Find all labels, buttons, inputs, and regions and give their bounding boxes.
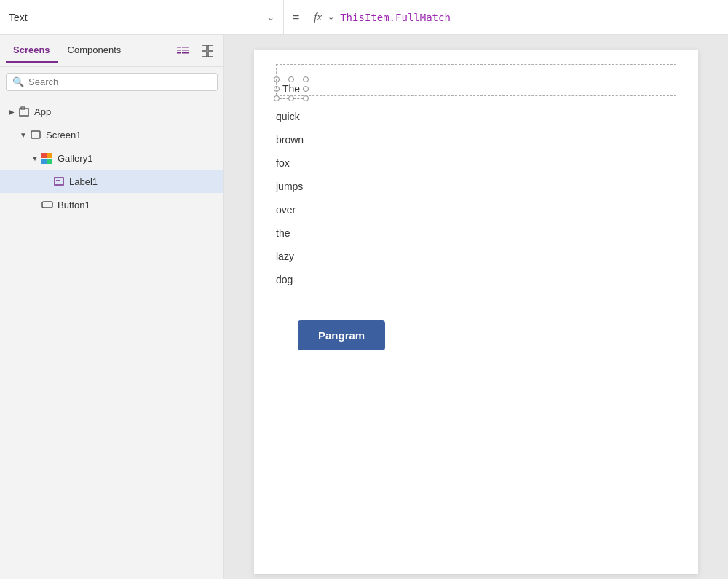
handle-bot-mid[interactable] — [288, 95, 294, 101]
gallery-item-0: quick — [254, 105, 698, 128]
list-view-button[interactable] — [173, 41, 193, 61]
app-canvas: The quick — [254, 50, 698, 574]
sidebar-icons — [173, 41, 218, 61]
grid-view-icon — [202, 45, 213, 57]
list-view-icon — [177, 46, 189, 56]
selected-text: The — [282, 83, 300, 95]
svg-rect-9 — [208, 52, 213, 57]
gallery-item-2: fox — [254, 151, 698, 175]
svg-rect-2 — [177, 50, 181, 51]
screen-icon — [29, 128, 42, 141]
svg-rect-8 — [202, 52, 207, 57]
label1-label: Label1 — [69, 176, 218, 187]
search-icon: 🔍 — [12, 76, 24, 87]
svg-rect-12 — [31, 131, 40, 138]
handle-top-right[interactable] — [303, 76, 309, 82]
svg-rect-13 — [55, 178, 63, 185]
tree-item-button1[interactable]: ▶ Button1 — [0, 193, 223, 216]
gallery-items-container: quick brown fox jumps over the lazy dog — [254, 105, 698, 291]
gallery-selection-border — [276, 64, 676, 96]
svg-rect-7 — [208, 45, 213, 50]
tree-item-screen1[interactable]: ▼ Screen1 — [0, 123, 223, 146]
canvas-area: The quick — [224, 35, 728, 579]
screen1-label: Screen1 — [46, 130, 218, 141]
tab-screens[interactable]: Screens — [6, 39, 58, 63]
svg-rect-5 — [182, 52, 189, 54]
tree-item-label1[interactable]: ▶ Label1 — [0, 170, 223, 193]
gallery-item-1: brown — [254, 128, 698, 151]
sidebar-tabs: Screens Components — [0, 35, 223, 67]
label-icon — [52, 175, 66, 188]
gallery1-label: Gallery1 — [58, 153, 218, 164]
top-bar: Text ⌄ = fx ⌄ ThisItem.FullMatch — [0, 0, 728, 35]
gallery-item-4: over — [254, 198, 698, 221]
button-icon — [41, 198, 54, 211]
gallery-item-6: lazy — [254, 245, 698, 268]
search-box: 🔍 — [6, 73, 218, 91]
selected-label-container[interactable]: The — [254, 64, 698, 105]
property-name: Text — [9, 12, 261, 23]
sidebar: Screens Components — [0, 35, 224, 579]
button1-label: Button1 — [58, 200, 218, 210]
handle-bot-right[interactable] — [303, 95, 309, 101]
gallery-item-3: jumps — [254, 175, 698, 198]
formula-bar[interactable]: fx ⌄ ThisItem.FullMatch — [308, 0, 728, 34]
tree-item-app[interactable]: ▶ App — [0, 100, 223, 123]
gallery-item-5: the — [254, 221, 698, 245]
svg-rect-0 — [177, 47, 181, 48]
handle-bot-left[interactable] — [274, 95, 280, 101]
gallery-chevron-down-icon: ▼ — [29, 152, 41, 164]
chevron-right-icon: ▶ — [6, 106, 17, 117]
svg-rect-15 — [42, 202, 52, 208]
tree-item-gallery1[interactable]: ▼ Gallery1 — [0, 146, 223, 170]
equals-sign: = — [284, 11, 308, 24]
search-input[interactable] — [28, 76, 211, 87]
formula-value: ThisItem.FullMatch — [340, 12, 451, 23]
formula-chevron-icon: ⌄ — [328, 12, 334, 22]
handle-top-mid[interactable] — [288, 76, 294, 82]
gallery-item-7: dog — [254, 268, 698, 291]
svg-rect-6 — [202, 45, 207, 50]
property-dropdown[interactable]: Text ⌄ — [0, 0, 284, 34]
svg-rect-4 — [177, 52, 181, 54]
tree-panel: ▶ App ▼ Screen1 — [0, 97, 223, 579]
fx-icon: fx — [314, 11, 322, 23]
app-label: App — [34, 106, 218, 117]
handle-top-left[interactable] — [274, 76, 280, 82]
main-area: Screens Components — [0, 35, 728, 579]
gallery-icon — [41, 151, 54, 165]
grid-view-button[interactable] — [197, 41, 218, 61]
svg-rect-3 — [182, 50, 189, 51]
app-icon — [17, 105, 31, 118]
svg-rect-1 — [182, 47, 189, 48]
handle-mid-left[interactable] — [274, 86, 280, 92]
button-container: Pangram — [254, 291, 698, 379]
pangram-button[interactable]: Pangram — [298, 320, 385, 350]
selected-box: The — [276, 79, 306, 99]
chevron-down-icon: ▼ — [17, 129, 29, 141]
handle-mid-right[interactable] — [303, 86, 309, 92]
dropdown-arrow-icon: ⌄ — [267, 12, 274, 23]
selected-item[interactable]: The — [276, 79, 306, 99]
tab-components[interactable]: Components — [60, 39, 129, 63]
